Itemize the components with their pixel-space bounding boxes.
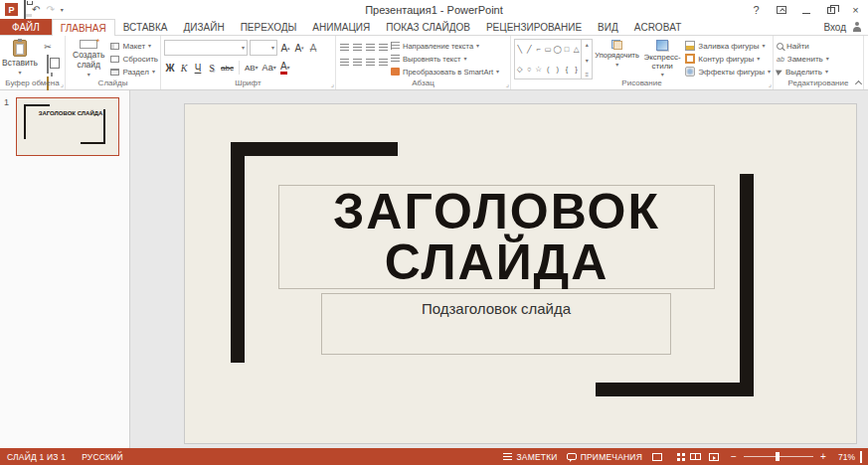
shape-item[interactable]: △ <box>574 46 580 54</box>
new-slide-button[interactable]: Создать слайд ▾ <box>69 38 108 78</box>
font-color-button[interactable]: А▾ <box>279 60 291 76</box>
slideshow-button[interactable] <box>708 451 720 463</box>
zoom-slider-thumb[interactable] <box>776 452 780 461</box>
shape-item[interactable]: ) <box>556 66 559 74</box>
align-text-button[interactable]: Выровнять текст ▾ <box>391 53 499 65</box>
corner-bracket-shape[interactable] <box>596 383 754 396</box>
shape-item[interactable]: ╱ <box>527 46 532 54</box>
font-dialog-launcher[interactable]: ⌟ <box>331 80 334 87</box>
section-button[interactable]: Раздел ▾ <box>110 66 158 78</box>
align-left-button[interactable] <box>339 57 351 69</box>
help-button[interactable]: ? <box>744 0 769 19</box>
zoom-percentage[interactable]: 71% <box>833 452 855 462</box>
shape-item[interactable]: ◯ <box>553 46 561 54</box>
corner-bracket-shape[interactable] <box>231 142 245 363</box>
shape-item[interactable]: ☆ <box>535 66 542 74</box>
tab-view[interactable]: ВИД <box>590 19 626 35</box>
slide-thumbnail[interactable]: ЗАГОЛОВОК СЛАЙДА <box>16 97 119 156</box>
reading-view-button[interactable] <box>689 451 701 463</box>
slide-counter[interactable]: СЛАЙД 1 ИЗ 1 <box>7 452 66 462</box>
increase-indent-button[interactable] <box>377 42 389 54</box>
cut-button[interactable]: ✂ <box>44 43 52 52</box>
normal-view-button[interactable] <box>651 451 663 463</box>
shape-item[interactable]: ╲ <box>517 46 522 54</box>
save-button[interactable] <box>24 1 26 19</box>
numbering-button[interactable] <box>352 42 364 54</box>
slide-sorter-button[interactable] <box>670 451 682 463</box>
collapse-ribbon-button[interactable] <box>856 79 862 85</box>
character-spacing-button[interactable]: АВ▾ <box>244 60 260 76</box>
zoom-in-button[interactable]: + <box>818 452 828 462</box>
change-case-button[interactable]: Аа▾ <box>261 60 277 76</box>
copy-button[interactable] <box>47 56 49 74</box>
quick-styles-button[interactable]: Экспресс-стили ▾ <box>641 38 683 78</box>
fit-slide-button[interactable] <box>860 452 862 462</box>
grow-font-button[interactable]: А▴ <box>279 40 291 56</box>
ribbon-display-options-button[interactable] <box>769 0 793 19</box>
shrink-font-button[interactable]: А▾ <box>293 40 305 56</box>
shape-item[interactable]: { <box>566 66 569 74</box>
corner-bracket-shape[interactable] <box>231 142 398 156</box>
tab-insert[interactable]: ВСТАВКА <box>115 19 176 35</box>
language-indicator[interactable]: РУССКИЙ <box>82 452 123 462</box>
tab-design[interactable]: ДИЗАЙН <box>176 19 233 35</box>
shape-item[interactable]: ( <box>547 66 550 74</box>
slide-canvas[interactable]: ЗАГОЛОВОК СЛАЙДА Подзаголовок слайда <box>185 104 856 443</box>
shape-item[interactable]: } <box>575 66 578 74</box>
layout-button[interactable]: Макет ▾ <box>110 40 158 52</box>
drawing-dialog-launcher[interactable]: ⌟ <box>769 80 772 87</box>
shape-item[interactable]: ○ <box>527 66 532 74</box>
underline-button[interactable]: Ч <box>192 60 204 76</box>
scroll-up-icon[interactable]: ▴ <box>586 41 589 48</box>
tab-transitions[interactable]: ПЕРЕХОДЫ <box>233 19 305 35</box>
justify-button[interactable] <box>377 57 389 69</box>
shape-item[interactable]: □ <box>565 46 570 54</box>
shape-fill-button[interactable]: Заливка фигуры ▾ <box>685 40 771 52</box>
align-center-button[interactable] <box>352 57 364 69</box>
convert-to-smartart-button[interactable]: Преобразовать в SmartArt ▾ <box>391 66 499 78</box>
align-right-button[interactable] <box>365 57 377 69</box>
close-button[interactable]: × <box>843 0 868 19</box>
bullets-button[interactable] <box>339 42 351 54</box>
clear-formatting-button[interactable]: А <box>307 40 319 56</box>
text-shadow-button[interactable]: S <box>206 60 218 76</box>
subtitle-placeholder[interactable]: Подзаголовок слайда <box>321 293 671 355</box>
bold-button[interactable]: Ж <box>164 60 176 76</box>
text-direction-button[interactable]: Направление текста ▾ <box>391 40 499 52</box>
tab-acrobat[interactable]: ACROBAT <box>626 19 690 35</box>
decrease-indent-button[interactable] <box>365 42 377 54</box>
tab-slideshow[interactable]: ПОКАЗ СЛАЙДОВ <box>378 19 478 35</box>
shape-item[interactable]: ◇ <box>517 66 523 74</box>
paragraph-dialog-launcher[interactable]: ⌟ <box>506 80 509 87</box>
tab-home[interactable]: ГЛАВНАЯ <box>52 19 115 36</box>
replace-button[interactable]: ab Заменить ▾ <box>777 53 829 65</box>
minimize-button[interactable] <box>793 0 818 19</box>
strikethrough-button[interactable]: abc <box>220 60 235 76</box>
tab-file[interactable]: ФАЙЛ <box>0 19 52 35</box>
redo-button[interactable]: ↷ <box>46 5 54 15</box>
find-button[interactable]: Найти <box>777 40 829 52</box>
restore-button[interactable] <box>818 0 843 19</box>
corner-bracket-shape[interactable] <box>740 174 754 396</box>
sign-in[interactable]: Вход <box>823 19 868 35</box>
undo-button[interactable]: ↶ <box>32 5 40 15</box>
customize-qat-button[interactable]: ▾ <box>61 6 64 13</box>
title-placeholder[interactable]: ЗАГОЛОВОК СЛАЙДА <box>278 185 715 289</box>
font-name-combo[interactable]: ▾ <box>164 40 248 56</box>
arrange-button[interactable]: Упорядочить ▾ <box>595 38 639 78</box>
shape-effects-button[interactable]: Эффекты фигуры ▾ <box>685 66 771 78</box>
shape-outline-button[interactable]: Контур фигуры ▾ <box>685 53 771 65</box>
paste-button[interactable]: Вставить ▾ <box>3 38 37 78</box>
tab-review[interactable]: РЕЦЕНЗИРОВАНИЕ <box>478 19 590 35</box>
tab-animation[interactable]: АНИМАЦИЯ <box>304 19 378 35</box>
font-size-combo[interactable]: ▾ <box>250 40 277 56</box>
shape-item[interactable]: ▭ <box>545 46 552 54</box>
zoom-out-button[interactable]: − <box>729 452 739 462</box>
comments-toggle[interactable]: ПРИМЕЧАНИЯ <box>567 452 642 462</box>
notes-toggle[interactable]: ЗАМЕТКИ <box>503 452 557 462</box>
reset-button[interactable]: Сбросить <box>110 53 158 65</box>
shape-gallery-scrollbar[interactable]: ▴ ▾ ≡ <box>581 40 592 78</box>
clipboard-dialog-launcher[interactable]: ⌟ <box>61 80 64 87</box>
zoom-slider[interactable] <box>744 456 813 457</box>
italic-button[interactable]: К <box>178 60 190 76</box>
